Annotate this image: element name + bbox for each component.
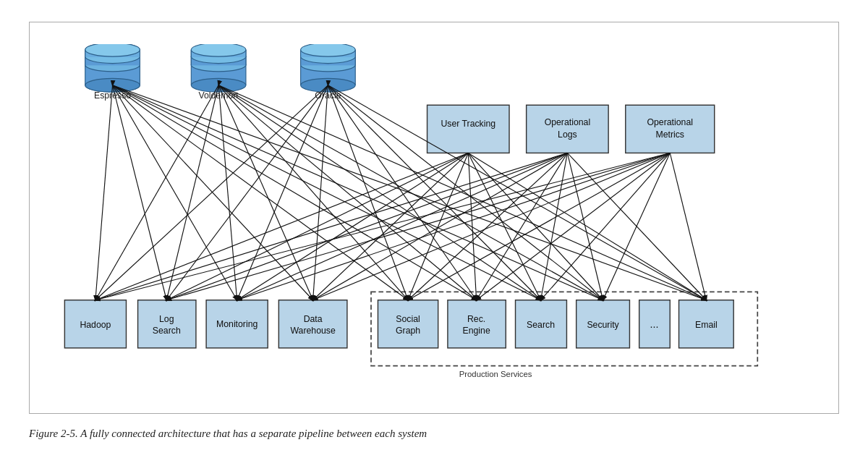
svg-line-132 xyxy=(166,153,670,300)
svg-line-127 xyxy=(477,153,568,300)
svg-line-92 xyxy=(113,85,541,300)
svg-rect-57 xyxy=(626,105,715,153)
svg-point-25 xyxy=(191,78,246,92)
svg-rect-52 xyxy=(427,105,509,153)
svg-rect-75 xyxy=(448,300,506,348)
svg-rect-15 xyxy=(85,56,140,65)
svg-text:Logs: Logs xyxy=(558,130,577,140)
svg-rect-4 xyxy=(85,62,140,67)
svg-line-109 xyxy=(328,85,476,300)
svg-text:Search: Search xyxy=(527,320,555,330)
svg-line-88 xyxy=(113,85,237,300)
svg-point-0 xyxy=(85,59,140,73)
svg-point-2 xyxy=(85,78,140,92)
diagram-inner: Espresso Voldemort xyxy=(44,44,824,399)
svg-point-22 xyxy=(85,44,140,56)
svg-text:Log: Log xyxy=(159,314,174,324)
svg-line-120 xyxy=(468,153,603,300)
svg-text:Graph: Graph xyxy=(396,326,420,336)
svg-line-106 xyxy=(237,85,328,300)
svg-line-87 xyxy=(113,85,167,300)
svg-line-119 xyxy=(468,153,540,300)
svg-rect-67 xyxy=(206,300,268,348)
svg-line-126 xyxy=(408,153,567,300)
svg-line-123 xyxy=(166,153,567,300)
svg-line-118 xyxy=(468,153,476,300)
svg-point-39 xyxy=(301,78,356,92)
svg-line-137 xyxy=(541,153,671,300)
svg-text:Production Services: Production Services xyxy=(459,370,532,378)
svg-line-113 xyxy=(95,153,468,300)
svg-line-111 xyxy=(328,85,603,300)
svg-line-91 xyxy=(113,85,477,300)
svg-text:Data: Data xyxy=(304,314,323,324)
svg-line-96 xyxy=(166,85,218,300)
svg-line-128 xyxy=(541,153,568,300)
svg-text:Espresso: Espresso xyxy=(94,90,131,101)
svg-rect-72 xyxy=(378,300,438,348)
svg-line-130 xyxy=(567,153,706,300)
svg-text:Monitoring: Monitoring xyxy=(216,319,258,329)
svg-line-97 xyxy=(218,85,237,300)
svg-text:Email: Email xyxy=(695,320,718,330)
svg-point-14 xyxy=(85,58,140,72)
svg-point-50 xyxy=(301,44,356,56)
svg-line-139 xyxy=(670,153,706,300)
svg-point-42 xyxy=(301,58,356,72)
svg-line-108 xyxy=(328,85,408,300)
svg-line-93 xyxy=(113,85,603,300)
svg-rect-47 xyxy=(301,50,356,57)
svg-rect-6 xyxy=(85,58,140,63)
svg-line-129 xyxy=(567,153,603,300)
svg-line-136 xyxy=(477,153,671,300)
svg-rect-8 xyxy=(85,54,140,59)
svg-line-105 xyxy=(166,85,328,300)
svg-line-121 xyxy=(468,153,706,300)
svg-text:Social: Social xyxy=(396,314,420,324)
svg-point-28 xyxy=(191,58,246,72)
svg-rect-1 xyxy=(85,66,140,85)
svg-line-94 xyxy=(113,85,707,300)
svg-rect-69 xyxy=(278,300,347,348)
svg-rect-19 xyxy=(85,50,140,57)
svg-rect-38 xyxy=(301,50,356,85)
svg-line-133 xyxy=(237,153,671,300)
svg-text:Voldemort: Voldemort xyxy=(198,90,239,101)
svg-line-86 xyxy=(95,85,113,300)
svg-rect-43 xyxy=(301,56,356,65)
svg-text:Operational: Operational xyxy=(545,117,591,127)
svg-rect-54 xyxy=(527,105,608,153)
svg-text:Engine: Engine xyxy=(463,326,490,336)
svg-point-9 xyxy=(85,44,140,56)
svg-text:...: ... xyxy=(650,318,659,330)
svg-point-36 xyxy=(191,44,246,56)
svg-line-134 xyxy=(313,153,671,300)
svg-rect-33 xyxy=(191,50,246,57)
svg-line-122 xyxy=(95,153,567,300)
svg-rect-29 xyxy=(191,56,246,65)
svg-line-100 xyxy=(218,85,476,300)
svg-text:Oracle: Oracle xyxy=(315,90,341,101)
svg-rect-78 xyxy=(516,300,567,348)
svg-rect-62 xyxy=(64,300,126,348)
svg-line-115 xyxy=(237,153,469,300)
svg-rect-60 xyxy=(371,292,757,365)
svg-point-32 xyxy=(191,50,246,64)
svg-line-125 xyxy=(313,153,568,300)
svg-rect-80 xyxy=(576,300,630,348)
svg-point-46 xyxy=(301,50,356,64)
svg-line-138 xyxy=(603,153,671,300)
svg-rect-24 xyxy=(191,50,246,85)
svg-line-101 xyxy=(218,85,540,300)
svg-line-116 xyxy=(313,153,469,300)
svg-line-110 xyxy=(328,85,540,300)
svg-line-89 xyxy=(113,85,313,300)
svg-text:Metrics: Metrics xyxy=(655,130,684,140)
svg-line-90 xyxy=(113,85,409,300)
svg-line-102 xyxy=(218,85,603,300)
svg-line-117 xyxy=(408,153,468,300)
svg-rect-64 xyxy=(138,300,196,348)
svg-line-98 xyxy=(218,85,312,300)
svg-text:User Tracking: User Tracking xyxy=(441,119,495,130)
svg-line-124 xyxy=(237,153,568,300)
